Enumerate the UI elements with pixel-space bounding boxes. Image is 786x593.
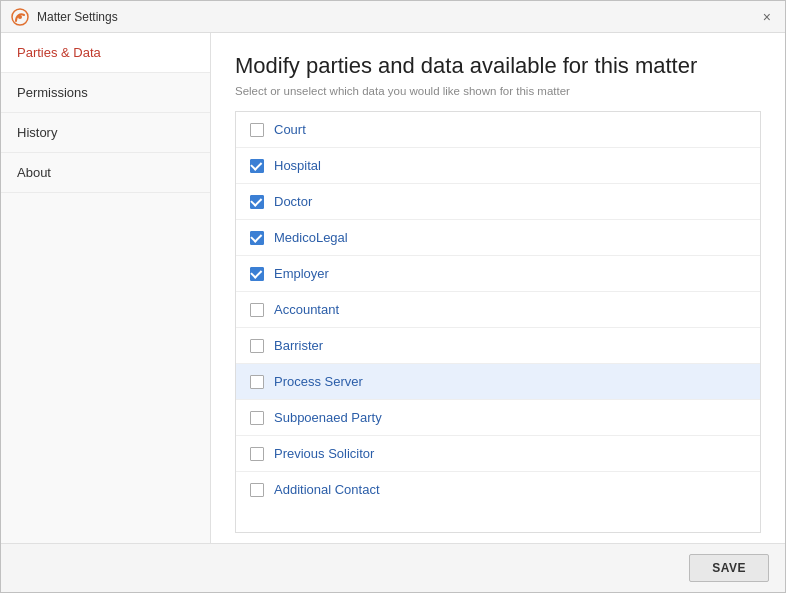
- close-button[interactable]: ×: [759, 8, 775, 26]
- footer: SAVE: [1, 543, 785, 592]
- checkbox-barrister[interactable]: [250, 339, 264, 353]
- list-item-court[interactable]: Court: [236, 112, 760, 148]
- page-subtitle: Select or unselect which data you would …: [235, 85, 761, 97]
- label-subpoenaed-party[interactable]: Subpoenaed Party: [274, 410, 382, 425]
- checkbox-wrap-additional-contact: Additional Contact: [250, 482, 380, 497]
- checkbox-hospital[interactable]: [250, 159, 264, 173]
- list-item-accountant[interactable]: Accountant: [236, 292, 760, 328]
- label-additional-contact[interactable]: Additional Contact: [274, 482, 380, 497]
- checkbox-wrap-court: Court: [250, 122, 306, 137]
- window-title: Matter Settings: [37, 10, 118, 24]
- sidebar-item-permissions[interactable]: Permissions: [1, 73, 210, 113]
- checkbox-court[interactable]: [250, 123, 264, 137]
- label-court[interactable]: Court: [274, 122, 306, 137]
- checkbox-wrap-accountant: Accountant: [250, 302, 339, 317]
- checkbox-wrap-employer: Employer: [250, 266, 329, 281]
- list-item-medicolegal[interactable]: MedicoLegal: [236, 220, 760, 256]
- label-previous-solicitor[interactable]: Previous Solicitor: [274, 446, 374, 461]
- main-content: Modify parties and data available for th…: [211, 33, 785, 543]
- list-item-barrister[interactable]: Barrister: [236, 328, 760, 364]
- checkbox-wrap-doctor: Doctor: [250, 194, 312, 209]
- title-bar-left: Matter Settings: [11, 8, 118, 26]
- checkbox-doctor[interactable]: [250, 195, 264, 209]
- checkbox-medicolegal[interactable]: [250, 231, 264, 245]
- label-accountant[interactable]: Accountant: [274, 302, 339, 317]
- checkbox-wrap-process-server: Process Server: [250, 374, 363, 389]
- checkbox-process-server[interactable]: [250, 375, 264, 389]
- svg-point-1: [18, 15, 22, 19]
- checkbox-wrap-hospital: Hospital: [250, 158, 321, 173]
- label-employer[interactable]: Employer: [274, 266, 329, 281]
- checkbox-wrap-subpoenaed-party: Subpoenaed Party: [250, 410, 382, 425]
- checkbox-employer[interactable]: [250, 267, 264, 281]
- list-item-doctor[interactable]: Doctor: [236, 184, 760, 220]
- label-doctor[interactable]: Doctor: [274, 194, 312, 209]
- checkbox-previous-solicitor[interactable]: [250, 447, 264, 461]
- sidebar-item-about[interactable]: About: [1, 153, 210, 193]
- parties-list[interactable]: Court Hospital Doctor: [235, 111, 761, 533]
- checkbox-additional-contact[interactable]: [250, 483, 264, 497]
- checkbox-wrap-previous-solicitor: Previous Solicitor: [250, 446, 374, 461]
- list-item-subpoenaed-party[interactable]: Subpoenaed Party: [236, 400, 760, 436]
- label-process-server[interactable]: Process Server: [274, 374, 363, 389]
- checkbox-accountant[interactable]: [250, 303, 264, 317]
- checkbox-wrap-barrister: Barrister: [250, 338, 323, 353]
- list-item-previous-solicitor[interactable]: Previous Solicitor: [236, 436, 760, 472]
- window-body: Parties & Data Permissions History About…: [1, 33, 785, 543]
- list-item-process-server[interactable]: Process Server: [236, 364, 760, 400]
- page-title: Modify parties and data available for th…: [235, 53, 761, 79]
- label-barrister[interactable]: Barrister: [274, 338, 323, 353]
- label-medicolegal[interactable]: MedicoLegal: [274, 230, 348, 245]
- matter-settings-window: Matter Settings × Parties & Data Permiss…: [0, 0, 786, 593]
- save-button[interactable]: SAVE: [689, 554, 769, 582]
- label-hospital[interactable]: Hospital: [274, 158, 321, 173]
- sidebar-item-parties-data[interactable]: Parties & Data: [1, 33, 210, 73]
- checkbox-subpoenaed-party[interactable]: [250, 411, 264, 425]
- sidebar: Parties & Data Permissions History About: [1, 33, 211, 543]
- title-bar: Matter Settings ×: [1, 1, 785, 33]
- list-item-additional-contact[interactable]: Additional Contact: [236, 472, 760, 507]
- checkbox-wrap-medicolegal: MedicoLegal: [250, 230, 348, 245]
- list-item-employer[interactable]: Employer: [236, 256, 760, 292]
- sidebar-item-history[interactable]: History: [1, 113, 210, 153]
- app-logo-icon: [11, 8, 29, 26]
- list-item-hospital[interactable]: Hospital: [236, 148, 760, 184]
